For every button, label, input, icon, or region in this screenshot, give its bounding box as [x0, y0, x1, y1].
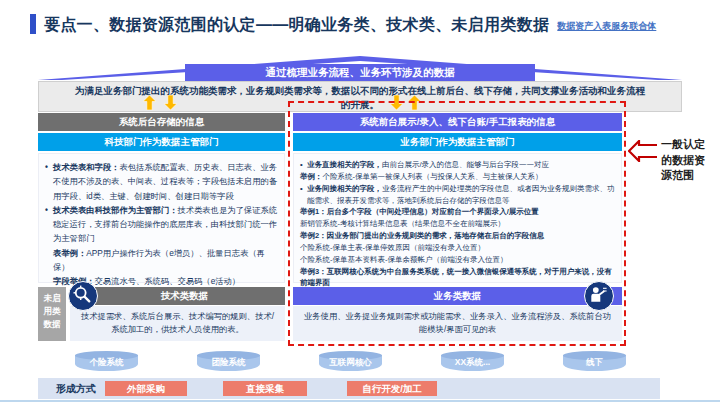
- flow-arrow-up-icon: [143, 95, 156, 110]
- text-line: 举例2：因业务部门提出的业务规则类的需求，落地存储在后台的字段信息: [300, 230, 615, 242]
- text-line: 举例：个险系统-保单第一被保人列表（与投保人关系、与主被保人关系）: [300, 171, 615, 183]
- bullet-item: 技术类表和字段：表包括系统配置表、历史表、日志表、业务不使用不涉及的表、中间表、…: [45, 160, 277, 203]
- slide-page: 要点一、数据资源范围的认定——明确业务类、技术类、未启用类数据 数据资产入表服务…: [0, 0, 720, 406]
- line-lead: 业务直接相关的字段，: [307, 160, 382, 169]
- system-label: XX系统...: [441, 357, 504, 369]
- method-box: 自行开发/加工: [347, 381, 437, 396]
- method-box: 直接采集: [223, 381, 307, 396]
- text-line: 新销管系统-考核计算结果信息表（结果信息不全在前端展示）: [300, 218, 615, 230]
- system-label: 互联网核心: [319, 357, 382, 369]
- line-lead: 业务间接相关的字段，: [307, 184, 382, 193]
- formation-label: 形成方式: [56, 378, 96, 399]
- scope-note: 一般认定的数据资源范围: [661, 137, 711, 184]
- text-line: 业务直接相关的字段，由前台展示/录入的信息、能够与后台字段一一对应: [300, 159, 615, 171]
- method-box: 外部采购: [105, 381, 187, 396]
- tech-data-header: 技术类数据: [84, 287, 285, 305]
- banner-label: 通过梳理业务流程、业务环节涉及的数据: [185, 64, 535, 81]
- bullet-lead: 技术类表由科技部作为主管部门：: [53, 205, 177, 215]
- bullet-lead: 技术类表和字段：: [53, 162, 119, 172]
- backend-panel: 系统后台存储的信息 科技部门作为数据主管部门 技术类表和字段：表包括系统配置表、…: [38, 113, 285, 283]
- system-cylinder: XX系统...: [441, 351, 504, 372]
- business-data-header: 业务类数据: [293, 287, 622, 305]
- system-label: 个险系统: [75, 357, 138, 369]
- flow-arrow-up-icon: [408, 95, 421, 110]
- title-bar: 要点一、数据资源范围的认定——明确业务类、技术类、未启用类数据 数据资产入表服务…: [30, 14, 656, 36]
- text-line: 个险系统-保单基本资料表-保单余额帐户（前端没有录入位置）: [300, 254, 615, 266]
- tech-data-section: 技术类数据 技术提需求、系统后台展示、技术编写的规则、技术/系统加工的，供技术人…: [70, 287, 285, 341]
- process-banner: 通过梳理业务流程、业务环节涉及的数据: [38, 54, 682, 81]
- page-title: 要点一、数据资源范围的认定——明确业务类、技术类、未启用类数据: [44, 15, 549, 36]
- system-cylinder: 线下: [563, 351, 626, 372]
- example-lead: 表举例：: [53, 248, 86, 258]
- formation-strip: 形成方式 外部采购 直接采集 自行开发/加工: [38, 378, 660, 399]
- business-data-desc: 业务使用、业务提业务规则需求或功能需求、业务录入、业务流程涉及、系统前台功能模块…: [293, 306, 622, 341]
- tech-data-desc: 技术提需求、系统后台展示、技术编写的规则、技术/系统加工的，供技术人员使用的表。: [70, 306, 285, 341]
- business-dept-header: 业务部门作为数据主管部门: [293, 133, 622, 151]
- text-line: 个险系统-保单主表-保单停效原因（前端没有录入位置）: [300, 242, 615, 254]
- frontend-panel: 系统前台展示/录入、线下台账/手工报表的信息 业务部门作为数据主管部门 业务直接…: [293, 113, 622, 283]
- line-text: 由前台展示/录入的信息、能够与后台字段一一对应: [382, 160, 549, 169]
- unused-data-label: 未启用类数据: [38, 287, 66, 341]
- text-line: 业务间接相关的字段，业务流程产生的中间处理类的字段信息、或者因为业务规则类需求、…: [300, 183, 615, 207]
- flow-arrow-down-icon: [390, 95, 403, 110]
- header-link[interactable]: 数据资产入表服务联合体: [557, 20, 656, 36]
- line-text: 个险系统-保单第一被保人列表（与投保人关系、与主被保人关系）: [323, 172, 543, 181]
- example-line: 表举例：APP用户操作行为表（e增员）、批量日志表（再保）: [45, 246, 277, 275]
- frontend-header: 系统前台展示/录入、线下台账/手工报表的信息: [293, 113, 622, 131]
- intro-box: 为满足业务部门提出的系统功能类需求，业务规则类需求等，数据以不同的形式在线上前后…: [38, 81, 682, 112]
- bottom-border-line: [0, 400, 720, 402]
- backend-body: 技术类表和字段：表包括系统配置表、历史表、日志表、业务不使用不涉及的表、中间表、…: [38, 153, 285, 283]
- person-icon: [584, 281, 614, 311]
- backend-header: 系统后台存储的信息: [38, 113, 285, 131]
- scope-arrow-icon: [628, 140, 658, 162]
- system-cylinder: 个险系统: [75, 351, 138, 372]
- system-cylinder: 互联网核心: [319, 351, 382, 372]
- tech-dept-header: 科技部门作为数据主管部门: [38, 133, 285, 151]
- line-lead: 举例：: [300, 172, 323, 181]
- bullet-item: 技术类表由科技部作为主管部门：技术类表也是为了保证系统稳定运行，支撑前台功能操作…: [45, 203, 277, 246]
- system-label: 线下: [563, 357, 626, 369]
- system-cylinder: 团险系统: [197, 351, 260, 372]
- text-line: 举例1：后台多个字段（中间处理信息）对应前台一个界面录入/展示位置: [300, 206, 615, 218]
- text-line: 举例3：互联网核心系统为中台服务类系统，统一接入微信银保通等系统，对于用户来说，…: [300, 266, 615, 290]
- magnifier-gear-icon: [68, 281, 98, 311]
- business-data-section: 业务类数据 业务使用、业务提业务规则需求或功能需求、业务录入、业务流程涉及、系统…: [293, 287, 622, 341]
- system-label: 团险系统: [197, 357, 260, 369]
- title-accent-bar: [30, 14, 36, 34]
- frontend-body: 业务直接相关的字段，由前台展示/录入的信息、能够与后台字段一一对应 举例：个险系…: [293, 153, 622, 283]
- flow-arrow-down-icon: [164, 95, 177, 110]
- example-text: 交易流水号、系统码、交易码（e活动）: [94, 276, 240, 286]
